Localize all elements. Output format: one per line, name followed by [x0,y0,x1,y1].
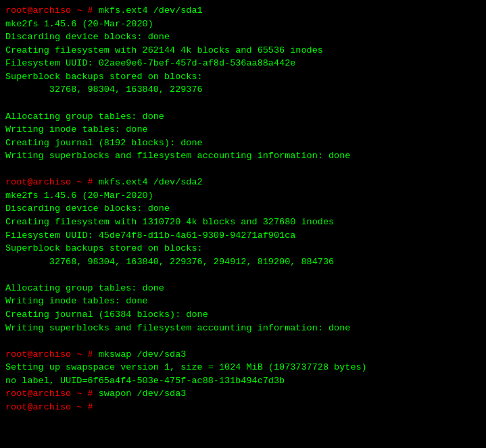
terminal-output-line: Creating journal (8192 blocks): done [5,136,481,150]
terminal-output-line: 32768, 98304, 163840, 229376 [5,83,481,97]
terminal-prompt-line: root@archiso ~ # mkswap /dev/sda3 [5,348,481,362]
empty-line [5,163,481,176]
terminal-prompt-line: root@archiso ~ # mkfs.ext4 /dev/sda1 [5,4,481,18]
terminal-output-line: Writing inode tables: done [5,123,481,136]
terminal-output-line: 32768, 98304, 163840, 229376, 294912, 81… [5,255,481,269]
terminal-output-line: Writing superblocks and filesystem accou… [5,322,481,335]
terminal-output-line: no label, UUID=6f65a4f4-503e-475f-ac88-1… [5,374,481,388]
terminal-output-line: Allocating group tables: done [5,110,481,124]
terminal-output-line: Setting up swapspace version 1, size = 1… [5,361,481,374]
terminal-output-line: Creating filesystem with 262144 4k block… [5,44,481,57]
terminal-output-line: mke2fs 1.45.6 (20-Mar-2020) [5,189,481,203]
terminal-output-line: Superblock backups stored on blocks: [5,70,481,84]
terminal-output-line: Filesystem UUID: 02aee9e6-7bef-457d-af8d… [5,57,481,70]
command-text: swapon /dev/sda3 [99,389,187,399]
command-text: mkfs.ext4 /dev/sda1 [99,5,203,16]
terminal-output-line: Writing inode tables: done [5,295,481,308]
terminal-output-line: Discarding device blocks: done [5,202,481,216]
prompt-text: root@archiso ~ # [5,5,99,16]
prompt-text: root@archiso ~ # [5,177,99,187]
terminal-output-line: Creating filesystem with 1310720 4k bloc… [5,216,481,229]
prompt-text: root@archiso ~ # [5,389,99,399]
prompt-text: root@archiso ~ # [5,402,99,412]
terminal-window: root@archiso ~ # mkfs.ext4 /dev/sda1mke2… [0,0,486,448]
terminal-prompt-line: root@archiso ~ # mkfs.ext4 /dev/sda2 [5,176,481,189]
empty-line [5,334,481,348]
terminal-output-line: Discarding device blocks: done [5,30,481,44]
terminal-output-line: mke2fs 1.45.6 (20-Mar-2020) [5,18,481,31]
command-text: mkfs.ext4 /dev/sda2 [99,177,203,187]
empty-line [5,97,481,110]
terminal-output-line: Writing superblocks and filesystem accou… [5,149,481,163]
terminal-output-line: Superblock backups stored on blocks: [5,242,481,255]
command-text: mkswap /dev/sda3 [99,349,187,359]
empty-line [5,268,481,282]
terminal-prompt-line: root@archiso ~ # swapon /dev/sda3 [5,387,481,401]
terminal-output-line: Filesystem UUID: 45de74f8-d11b-4a61-9309… [5,229,481,243]
prompt-text: root@archiso ~ # [5,349,99,359]
terminal-output-line: Allocating group tables: done [5,282,481,295]
terminal-output-line: Creating journal (16384 blocks): done [5,308,481,322]
terminal-prompt-only-line: root@archiso ~ # [5,401,481,414]
